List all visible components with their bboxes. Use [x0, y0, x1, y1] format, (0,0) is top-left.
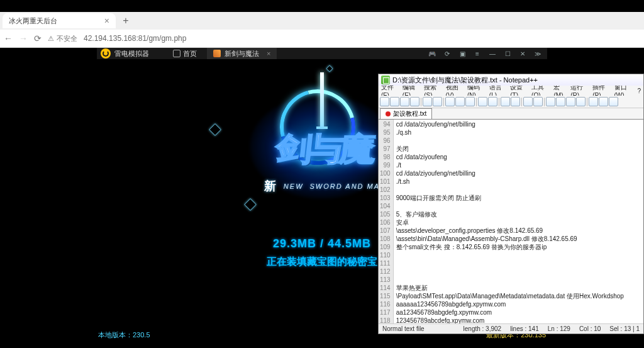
ctl-screenshot-icon[interactable]: ▣ [458, 50, 467, 57]
status-filetype: Normal text file [382, 325, 425, 332]
tb-redo-icon[interactable] [488, 97, 497, 106]
tb-outdent-icon[interactable] [576, 97, 586, 106]
ctl-gamepad-icon[interactable]: 🎮 [428, 50, 436, 57]
tb-print-icon[interactable] [423, 97, 432, 106]
local-version: 本地版本：230.5 [98, 330, 150, 340]
warning-icon: ⚠ [48, 35, 54, 43]
logo-sub-cn: 新 [264, 178, 277, 194]
tb-wrap-icon[interactable] [546, 97, 555, 106]
tab-close-icon[interactable]: × [104, 16, 109, 26]
new-tab-button[interactable]: + [119, 14, 132, 27]
logo-sub-en-right: SWORD AND MA [310, 182, 380, 190]
browser-url-bar: ← → ⟳ ⚠ 不安全 42.194.135.168:81/gm/gm.php [0, 30, 644, 48]
nav-back-icon[interactable]: ← [4, 33, 13, 43]
tb-indent-icon[interactable] [566, 97, 575, 106]
tb-save-icon[interactable] [400, 97, 409, 106]
tb-undo-icon[interactable] [478, 97, 487, 106]
notepadpp-menu-bar: 文件(F) 编辑(E) 搜索(S) 视图(V) 编码(N) 语言(L) 设置(T… [379, 86, 643, 96]
top-black-bar [0, 0, 644, 12]
ctl-minimize-icon[interactable]: — [488, 50, 497, 57]
notepadpp-title: D:\资源文件\剑与魔法\架设教程.txt - Notepad++ [392, 76, 538, 85]
nav-forward-icon: → [19, 33, 28, 43]
ctl-expand-icon[interactable]: ≫ [533, 50, 542, 57]
code-content[interactable]: cd /data/ziyoufeng/net/billing ./q.sh 关闭… [394, 120, 643, 323]
emulator-title: 雷电模拟器 [114, 49, 149, 59]
logo-sub-en-left: NEW [284, 182, 304, 190]
ctl-close-icon[interactable]: ✕ [518, 50, 527, 57]
menu-window[interactable]: 窗口(W) [614, 86, 635, 96]
tb-zoomout-icon[interactable] [533, 97, 543, 106]
emulator-logo-icon [101, 48, 111, 59]
browser-tab-title: 冰火两重天后台 [9, 16, 57, 26]
tb-showall-icon[interactable] [556, 97, 565, 106]
tb-find-icon[interactable] [501, 97, 510, 106]
tb-cut-icon[interactable] [445, 97, 455, 106]
notepadpp-window[interactable]: D:\资源文件\剑与魔法\架设教程.txt - Notepad++ 文件(F) … [378, 74, 644, 334]
ctl-maximize-icon[interactable]: ☐ [503, 50, 512, 57]
emulator-title-bar: 雷电模拟器 首页 新剑与魔法 × 🎮 ⟳ ▣ ≡ — ☐ ✕ ≫ [97, 48, 547, 59]
status-col: Col : 10 [579, 325, 601, 332]
menu-search[interactable]: 搜索(S) [424, 86, 443, 96]
reload-icon[interactable]: ⟳ [34, 33, 42, 43]
status-length: length : 3,902 [464, 325, 502, 332]
notepadpp-toolbar [379, 96, 643, 108]
browser-tab[interactable]: 冰火两重天后台 × [3, 13, 116, 28]
menu-tools[interactable]: 工具(O) [531, 86, 551, 96]
tb-close-icon[interactable] [433, 97, 442, 106]
tb-paste-icon[interactable] [465, 97, 475, 106]
ctl-sync-icon[interactable]: ⟳ [443, 50, 452, 57]
line-gutter: 94 95 96 97 98 99 100 101 102 103 104 10… [379, 120, 394, 323]
tb-open-icon[interactable] [390, 97, 399, 106]
menu-encoding[interactable]: 编码(N) [467, 86, 487, 96]
menu-settings[interactable]: 设置(T) [510, 86, 529, 96]
notepadpp-icon [381, 76, 390, 84]
download-message: 正在装填藏宝图的秘密宝 [267, 255, 377, 269]
notepadpp-file-tab[interactable]: 架设教程.txt [380, 108, 432, 119]
menu-view[interactable]: 视图(V) [446, 86, 465, 96]
notepadpp-title-bar[interactable]: D:\资源文件\剑与魔法\架设教程.txt - Notepad++ [379, 74, 643, 86]
modified-dot-icon [386, 111, 391, 116]
tb-stop-icon[interactable] [609, 97, 618, 106]
logo-main-text: 剑 与 魔 [274, 128, 370, 171]
menu-lang[interactable]: 语言(L) [489, 86, 508, 96]
app-tab-close-icon[interactable]: × [267, 50, 270, 57]
tb-copy-icon[interactable] [455, 97, 465, 106]
notepadpp-editor[interactable]: 94 95 96 97 98 99 100 101 102 103 104 10… [379, 120, 643, 323]
tb-record-icon[interactable] [589, 97, 598, 106]
url-text[interactable]: 42.194.135.168:81/gm/gm.php [84, 34, 186, 43]
menu-macro[interactable]: 宏(M) [553, 86, 568, 96]
status-sel: Sel : 13 | 1 [609, 325, 640, 332]
home-icon [173, 50, 180, 57]
insecure-label: 不安全 [57, 34, 77, 43]
emulator-home-label: 首页 [183, 49, 197, 59]
bottom-black-bar [0, 340, 644, 348]
notepadpp-status-bar: Normal text file length : 3,902 lines : … [379, 323, 643, 334]
status-ln: Ln : 129 [548, 325, 570, 332]
menu-run[interactable]: 运行(R) [570, 86, 590, 96]
tb-saveall-icon[interactable] [410, 97, 419, 106]
tb-new-icon[interactable] [380, 97, 389, 106]
emulator-app-label: 新剑与魔法 [225, 49, 259, 59]
app-icon [213, 50, 221, 57]
emulator-home-tab[interactable]: 首页 [167, 49, 203, 59]
menu-file[interactable]: 文件(F) [381, 86, 400, 96]
status-lines: lines : 141 [510, 325, 539, 332]
file-tab-label: 架设教程.txt [393, 109, 426, 118]
ctl-menu-icon[interactable]: ≡ [473, 50, 482, 57]
tb-zoomin-icon[interactable] [523, 97, 533, 106]
download-size: 29.3MB / 44.5MB [267, 237, 377, 250]
menu-edit[interactable]: 编辑(E) [402, 86, 421, 96]
menu-help[interactable]: ? [637, 87, 641, 94]
insecure-badge[interactable]: ⚠ 不安全 [48, 34, 77, 43]
browser-tab-bar: 冰火两重天后台 × + [0, 12, 644, 30]
tb-replace-icon[interactable] [511, 97, 520, 106]
emulator-app-tab[interactable]: 新剑与魔法 × [207, 48, 277, 59]
menu-plugins[interactable]: 插件(P) [592, 86, 611, 96]
tb-play-icon[interactable] [599, 97, 608, 106]
notepadpp-tab-row: 架设教程.txt [379, 108, 643, 120]
